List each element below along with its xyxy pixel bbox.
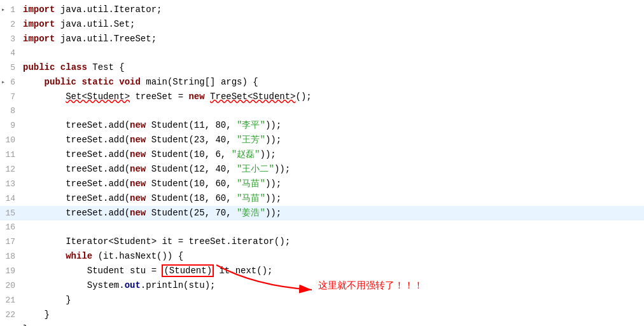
line-number-17: 17 — [0, 235, 20, 249]
line-number-3: 3 — [0, 32, 20, 46]
line-content-18: while (it.hasNext()) { — [20, 249, 644, 263]
line-content-13: treeSet.add(new Student(10, 60, "马苗")); — [20, 177, 644, 191]
code-line-21: 21 } — [0, 293, 644, 308]
line-content-21: } — [20, 293, 644, 307]
line-number-1: ▸ 1 — [0, 3, 20, 17]
code-line-5: 5 public class Test { — [0, 60, 644, 75]
line-content-17: Iterator<Student> it = treeSet.iterator(… — [20, 234, 644, 248]
line-number-20: 20 — [0, 279, 20, 293]
line-number-9: 9 — [0, 119, 20, 133]
line-number-8: 8 — [0, 104, 20, 118]
line-content-10: treeSet.add(new Student(23, 40, "王芳")); — [20, 133, 644, 147]
line-content-7: Set<Student> treeSet = new TreeSet<Stude… — [20, 90, 644, 104]
line-number-5: 5 — [0, 61, 20, 75]
line-number-6: ▸ 6 — [0, 76, 20, 90]
collapse-arrow-1[interactable]: ▸ — [1, 3, 5, 17]
line-number-12: 12 — [0, 163, 20, 177]
code-line-18: 18 while (it.hasNext()) { — [0, 249, 644, 264]
line-number-10: 10 — [0, 133, 20, 147]
line-content-9: treeSet.add(new Student(11, 80, "李平")); — [20, 118, 644, 132]
line-number-16: 16 — [0, 221, 20, 234]
line-content-12: treeSet.add(new Student(12, 40, "王小二")); — [20, 162, 644, 176]
code-line-3: 3 import java.util.TreeSet; — [0, 32, 644, 46]
line-content-3: import java.util.TreeSet; — [20, 32, 644, 46]
code-line-8: 8 — [0, 104, 644, 118]
line-number-15: 15 — [0, 207, 20, 221]
line-number-4: 4 — [0, 46, 20, 60]
line-number-21: 21 — [0, 294, 20, 308]
collapse-arrow-6[interactable]: ▸ — [1, 76, 5, 90]
line-content-5: public class Test { — [20, 60, 644, 74]
line-number-22: 22 — [0, 308, 20, 322]
code-line-14: 14 treeSet.add(new Student(18, 60, "马苗")… — [0, 191, 644, 206]
line-number-11: 11 — [0, 148, 20, 162]
code-line-22: 22 } — [0, 308, 644, 322]
annotation-text: 这里就不用强转了！！！ — [318, 280, 423, 292]
line-content-1: import java.util.Iterator; — [20, 3, 644, 17]
code-line-9: 9 treeSet.add(new Student(11, 80, "李平"))… — [0, 118, 644, 133]
line-number-2: 2 — [0, 18, 20, 32]
code-line-19: 19 Student stu = (Student) it.next(); — [0, 264, 644, 278]
code-line-13: 13 treeSet.add(new Student(10, 60, "马苗")… — [0, 177, 644, 191]
code-line-2: 2 import java.util.Set; — [0, 17, 644, 32]
line-content-19: Student stu = (Student) it.next(); — [20, 264, 644, 278]
code-line-23: 23 } — [0, 322, 644, 326]
line-content-6: public static void main(String[] args) { — [20, 75, 644, 89]
line-content-11: treeSet.add(new Student(10, 6, "赵磊")); — [20, 147, 644, 161]
line-number-14: 14 — [0, 192, 20, 206]
line-number-7: 7 — [0, 90, 20, 104]
code-line-16: 16 — [0, 221, 644, 234]
line-content-14: treeSet.add(new Student(18, 60, "马苗")); — [20, 191, 644, 205]
line-number-13: 13 — [0, 177, 20, 191]
code-line-6: ▸ 6 public static void main(String[] arg… — [0, 75, 644, 90]
line-number-18: 18 — [0, 250, 20, 264]
code-line-12: 12 treeSet.add(new Student(12, 40, "王小二"… — [0, 162, 644, 177]
code-line-1: ▸ 1 import java.util.Iterator; — [0, 3, 644, 17]
code-editor: ▸ 1 import java.util.Iterator; 2 import … — [0, 0, 644, 326]
code-line-7: 7 Set<Student> treeSet = new TreeSet<Stu… — [0, 90, 644, 104]
line-content-22: } — [20, 308, 644, 322]
code-line-11: 11 treeSet.add(new Student(10, 6, "赵磊"))… — [0, 147, 644, 162]
code-line-4: 4 — [0, 46, 644, 60]
line-content-2: import java.util.Set; — [20, 17, 644, 31]
line-number-19: 19 — [0, 264, 20, 278]
line-number-23: 23 — [0, 323, 20, 326]
code-line-15: 15 treeSet.add(new Student(25, 70, "姜浩")… — [0, 206, 644, 221]
code-line-17: 17 Iterator<Student> it = treeSet.iterat… — [0, 234, 644, 249]
line-content-23: } — [20, 322, 644, 326]
line-content-15: treeSet.add(new Student(25, 70, "姜浩")); — [20, 206, 644, 220]
code-line-10: 10 treeSet.add(new Student(23, 40, "王芳")… — [0, 133, 644, 147]
